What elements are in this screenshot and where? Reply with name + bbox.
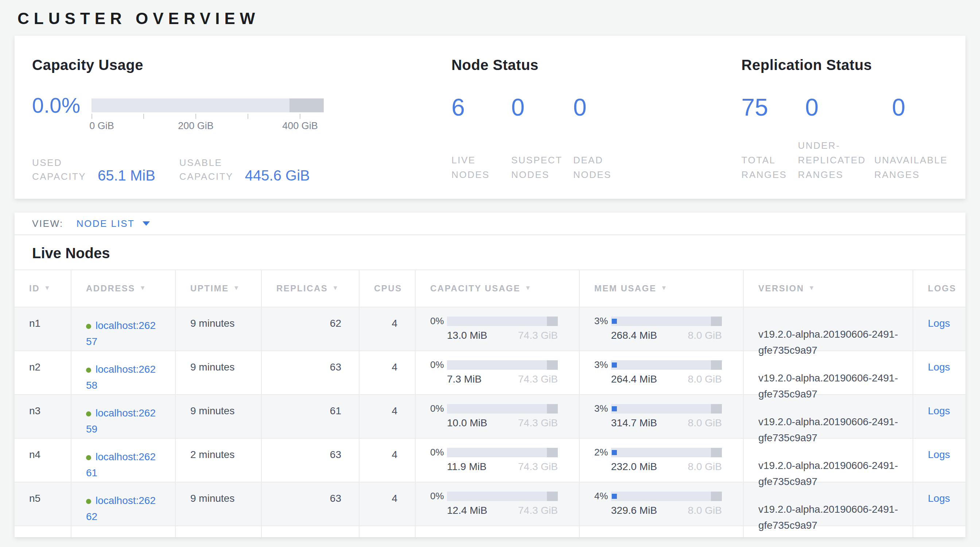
node-version: v19.2.0-alpha.20190606-2491-gfe735c9a97 <box>744 351 913 394</box>
live-nodes-heading: Live Nodes <box>32 245 966 261</box>
capacity-usage-bar <box>447 404 558 413</box>
capacity-usage-bar <box>447 491 558 501</box>
column-header-mem-usage[interactable]: MEM USAGE▼ <box>580 270 744 307</box>
node-address-cell: localhost:26259 <box>72 395 176 438</box>
total-ranges-label: TOTAL RANGES <box>741 153 798 182</box>
column-header-id[interactable]: ID▼ <box>14 270 72 307</box>
logs-link[interactable]: Logs <box>928 361 950 373</box>
node-cpus: 4 <box>360 395 415 438</box>
node-cpus: 4 <box>360 439 415 482</box>
usable-capacity-stat: USABLE CAPACITY 445.6 GiB <box>180 156 310 183</box>
under-replicated-ranges-count: 0 <box>805 93 892 121</box>
used-capacity-label: USED CAPACITY <box>32 156 91 183</box>
sort-desc-icon: ▼ <box>44 285 51 292</box>
logs-link[interactable]: Logs <box>928 318 950 329</box>
node-address-link[interactable]: localhost:26258 <box>86 364 156 391</box>
mem-usage-bar <box>611 404 722 413</box>
logs-cell: Logs <box>913 439 966 482</box>
node-uptime: 2 minutes <box>176 439 262 482</box>
column-header-version[interactable]: VERSION▼ <box>744 270 913 307</box>
node-status-heading: Node Status <box>451 56 727 74</box>
view-selector-dropdown[interactable]: NODE LIST <box>76 218 150 229</box>
suspect-nodes-label: SUSPECT NODES <box>511 153 573 182</box>
node-uptime: 9 minutes <box>176 307 262 350</box>
capacity-usage-cell: 0% 10.0 MiB74.3 GiB <box>415 395 580 438</box>
live-status-dot <box>86 455 91 460</box>
logs-link[interactable]: Logs <box>928 493 950 504</box>
mem-usage-cell: 4% 329.6 MiB8.0 GiB <box>580 482 744 525</box>
sort-desc-icon: ▼ <box>332 285 339 292</box>
node-address-link[interactable]: localhost:26261 <box>86 451 156 479</box>
mem-usage-cell: 3% 314.7 MiB8.0 GiB <box>580 395 744 438</box>
capacity-axis-ticks <box>92 113 324 119</box>
node-cpus: 4 <box>360 351 415 394</box>
column-header-replicas[interactable]: REPLICAS▼ <box>262 270 360 307</box>
column-header-cpus: CPUS <box>360 270 415 307</box>
axis-label-400gib: 400 GiB <box>282 120 318 132</box>
capacity-usage-cell: 0% 12.4 MiB74.3 GiB <box>415 482 580 525</box>
table-header-row: ID▼ ADDRESS▼ UPTIME▼ REPLICAS▼ CPUS CAPA… <box>14 270 966 307</box>
column-header-logs: LOGS <box>913 270 966 307</box>
node-version: v19.2.0-alpha.20190606-2491-gfe735c9a97 <box>744 307 913 350</box>
node-address-link[interactable]: localhost:26262 <box>86 495 156 522</box>
table-row: n2 localhost:26258 9 minutes 63 4 0% 7.3… <box>14 351 966 395</box>
node-address-cell: localhost:26258 <box>72 351 176 394</box>
table-row: n5 localhost:26262 9 minutes 63 4 0% 12.… <box>14 482 966 526</box>
logs-cell: Logs <box>913 351 966 394</box>
axis-label-0gib: 0 GiB <box>89 120 114 132</box>
node-address-link[interactable]: localhost:26257 <box>86 320 156 347</box>
live-nodes-table: ID▼ ADDRESS▼ UPTIME▼ REPLICAS▼ CPUS CAPA… <box>14 269 966 537</box>
sort-desc-icon: ▼ <box>140 285 146 292</box>
capacity-usage-bar <box>447 316 558 326</box>
live-nodes-card: VIEW: NODE LIST Live Nodes ID▼ ADDRESS▼ … <box>14 213 966 537</box>
sort-desc-icon: ▼ <box>233 285 240 292</box>
dead-nodes-count: 0 <box>573 93 587 121</box>
table-row: n4 localhost:26261 2 minutes 63 4 0% 11.… <box>14 439 966 482</box>
node-replicas: 63 <box>262 482 360 525</box>
logs-link[interactable]: Logs <box>928 405 950 417</box>
mem-usage-cell: 2% 232.0 MiB8.0 GiB <box>580 439 744 482</box>
capacity-bar-dark-segment <box>290 99 324 112</box>
live-status-dot <box>86 411 91 417</box>
node-version: v19.2.0-alpha.20190606-2491-gfe735c9a97 <box>744 439 913 482</box>
mem-usage-bar <box>611 316 722 326</box>
column-header-address[interactable]: ADDRESS▼ <box>72 270 176 307</box>
node-version: v19.2.0-alpha.20190606-2491-gfe735c9a97 <box>744 395 913 438</box>
capacity-used-percent: 0.0% <box>32 93 92 132</box>
logs-cell: Logs <box>913 395 966 438</box>
table-row: n3 localhost:26259 9 minutes 61 4 0% 10.… <box>14 395 966 439</box>
unavailable-ranges-label: UNAVAILABLE RANGES <box>874 153 966 182</box>
node-status-section: Node Status 6 0 0 LIVE NODES SUSPECT NOD… <box>437 56 727 199</box>
usable-capacity-label: USABLE CAPACITY <box>180 156 239 183</box>
cluster-summary-card: Capacity Usage 0.0% 0 GiB 200 GiB 400 Gi… <box>14 36 966 199</box>
column-header-capacity-usage[interactable]: CAPACITY USAGE▼ <box>415 270 580 307</box>
node-address-cell: localhost:26257 <box>72 307 176 350</box>
column-header-uptime[interactable]: UPTIME▼ <box>176 270 262 307</box>
capacity-usage-cell: 0% 7.3 MiB74.3 GiB <box>415 351 580 394</box>
node-cpus: 4 <box>360 307 415 350</box>
node-version: v19.2.0-alpha.20190606-2491-gfe735c9a97 <box>744 482 913 525</box>
live-nodes-count: 6 <box>451 93 511 121</box>
capacity-usage-bar <box>447 448 558 457</box>
node-id: n3 <box>14 395 72 438</box>
sort-desc-icon: ▼ <box>525 285 531 292</box>
view-selected-value: NODE LIST <box>76 218 135 229</box>
logs-link[interactable]: Logs <box>928 449 950 460</box>
used-capacity-stat: USED CAPACITY 65.1 MiB <box>32 156 155 183</box>
node-replicas: 62 <box>262 307 360 350</box>
capacity-usage-heading: Capacity Usage <box>32 56 437 74</box>
live-status-dot <box>86 324 91 329</box>
chevron-down-icon <box>143 221 150 226</box>
table-row: n1 localhost:26257 9 minutes 62 4 0% 13.… <box>14 307 966 351</box>
node-replicas: 63 <box>262 351 360 394</box>
node-id: n1 <box>14 307 72 350</box>
capacity-usage-section: Capacity Usage 0.0% 0 GiB 200 GiB 400 Gi… <box>32 56 437 199</box>
page-title: CLUSTER OVERVIEW <box>18 9 980 29</box>
node-uptime: 9 minutes <box>176 482 262 525</box>
capacity-usage-cell: 0% 13.0 MiB74.3 GiB <box>415 307 580 350</box>
node-id: n2 <box>14 351 72 394</box>
node-address-cell: localhost:26262 <box>72 482 176 525</box>
dead-nodes-label: DEAD NODES <box>573 153 628 182</box>
sort-desc-icon: ▼ <box>661 285 668 292</box>
node-address-link[interactable]: localhost:26259 <box>86 407 156 435</box>
